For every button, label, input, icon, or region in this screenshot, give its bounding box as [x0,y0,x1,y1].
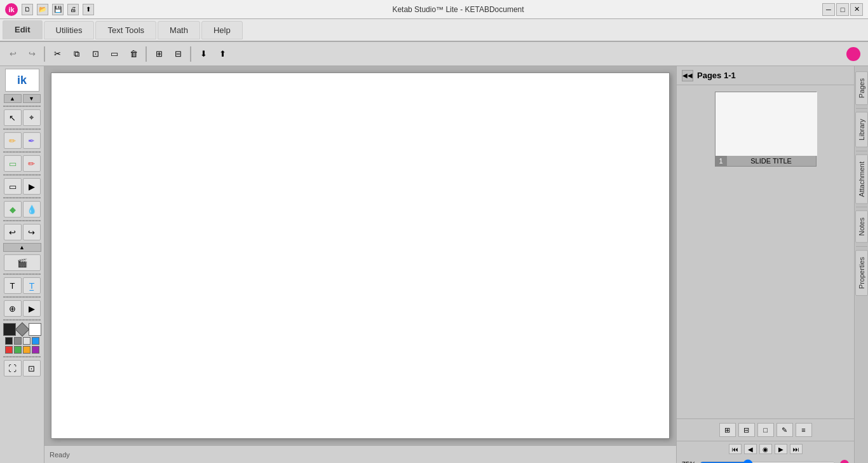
right-bottom-panel: ⊞ ⊟ □ ✎ ≡ ⏮ ◀ ◉ ▶ ⏭ 75% [677,418,854,463]
nav-first-btn[interactable]: ⏮ [729,444,742,454]
rb-icon-3[interactable]: □ [757,423,774,437]
copy-btn[interactable]: ⧉ [67,45,85,63]
win-maximize-btn[interactable]: □ [836,3,849,16]
undo-redo-row: ↩ ↪ [1,224,43,240]
cut-btn[interactable]: ✂ [48,45,66,63]
toolbar: ↩ ↪ ✂ ⧉ ⊡ ▭ 🗑 ⊞ ⊟ ⬇ ⬆ [0,42,868,66]
side-tab-sep-3 [856,207,867,207]
rb-icon-5[interactable]: ≡ [796,423,812,437]
media-tool-btn[interactable]: 🎬 [4,254,41,271]
text-tool-btn[interactable]: T [4,277,22,294]
highlight-tools-row: ▭ ✏ [1,155,43,172]
rb-icon-2[interactable]: ⊟ [738,423,755,437]
lasso-tool-btn[interactable]: ⌖ [23,109,41,126]
nav-current-btn[interactable]: ◉ [759,444,772,454]
side-tab-sep-1 [856,108,867,109]
canvas-slide[interactable] [51,73,670,439]
swatch-blue[interactable] [32,337,39,345]
text-special-btn[interactable]: T̲ [23,277,41,294]
tb-save-btn[interactable]: 💾 [52,4,64,15]
fill-tools-row: ◆ 💧 [1,201,43,218]
slide-view-btn[interactable]: ⊡ [23,360,41,377]
lt-divider-9 [3,319,41,321]
select-frame-btn[interactable]: ⊟ [169,45,187,63]
eyedropper-tool-btn[interactable]: 💧 [23,201,41,218]
tb-print-btn[interactable]: 🖨 [67,4,79,15]
pencil-tool-btn[interactable]: ✏ [4,132,22,149]
side-tab-notes[interactable]: Notes [855,211,868,243]
slide-thumb-image [715,92,817,156]
lt-divider-6 [3,220,41,221]
select-tools-row: ↖ ⌖ [1,109,43,126]
tb-open-btn[interactable]: 📂 [37,4,48,15]
toolbar-collapse-down[interactable]: ▼ [23,94,41,103]
layer-up-btn[interactable]: ⬆ [214,45,231,63]
erase-tool-btn[interactable]: ✏ [23,155,41,172]
nav-last-btn[interactable]: ⏭ [790,444,803,454]
swatch-dark[interactable] [5,337,13,345]
toolbar-collapse-row: ▲ ▼ [1,94,43,103]
zoom-more-btn[interactable]: ▶ [23,300,41,317]
layer-down-btn[interactable]: ⬇ [194,45,212,63]
nav-next-btn[interactable]: ▶ [775,444,787,454]
brush-tool-btn[interactable]: ✒ [23,132,41,149]
right-panel: ◀◀ Pages 1-1 1 SLIDE TITLE ⊞ ⊟ □ ✎ ≡ [676,66,854,463]
redo-btn[interactable]: ↪ [23,45,41,63]
paste-special-btn[interactable]: ⊡ [86,45,104,63]
lt-divider-3 [3,151,41,153]
lt-redo-btn[interactable]: ↪ [23,224,41,240]
swatch-purple[interactable] [32,346,39,354]
lt-divider-4 [3,174,41,176]
color-row-2 [5,346,39,354]
select-tool-btn[interactable]: ↖ [4,109,22,126]
rb-icon-1[interactable]: ⊞ [719,423,736,437]
tb-export-btn[interactable]: ⬆ [83,4,94,15]
pages-header: ◀◀ Pages 1-1 [677,66,854,85]
rect-tool-btn[interactable]: ▭ [4,178,22,195]
nav-prev-btn[interactable]: ◀ [744,444,757,454]
menu-tab-help[interactable]: Help [201,21,243,39]
toolbar-collapse-up[interactable]: ▲ [4,94,22,103]
frame-btn[interactable]: ▭ [105,45,123,63]
side-tab-sep-4 [856,246,867,247]
swatch-red[interactable] [5,346,13,354]
color-diamond[interactable] [15,322,29,337]
tb-new-btn[interactable]: 🗋 [22,4,33,15]
gradient-preview [3,323,41,336]
right-bottom-nav: ⏮ ◀ ◉ ▶ ⏭ [677,441,854,457]
color-white[interactable] [29,323,41,336]
swatch-orange[interactable] [23,346,31,354]
logo-text: ik [17,74,27,87]
side-tab-attachment[interactable]: Attachment [855,155,868,204]
fill-tool-btn[interactable]: ◆ [4,201,22,218]
win-close-btn[interactable]: ✕ [850,3,863,16]
slide-number: 1 [715,156,727,166]
menu-tab-utilities[interactable]: Utilities [44,21,95,39]
select-all-btn[interactable]: ⊞ [150,45,168,63]
highlight-tool-btn[interactable]: ▭ [4,155,22,172]
canvas-area[interactable] [44,66,676,445]
more-shapes-btn[interactable]: ▶ [23,178,41,195]
swatch-light[interactable] [23,337,31,345]
zoom-slider[interactable] [700,459,836,463]
color-black[interactable] [3,323,16,336]
undo-btn[interactable]: ↩ [4,45,22,63]
menu-tab-edit[interactable]: Edit [3,20,43,39]
pages-collapse-btn[interactable]: ◀◀ [682,70,693,81]
section-collapse-btn[interactable]: ▲ [3,243,41,252]
rb-icon-4[interactable]: ✎ [776,423,793,437]
slide-thumbnail[interactable]: 1 SLIDE TITLE [715,92,817,167]
swatch-gray[interactable] [14,337,22,345]
delete-btn[interactable]: 🗑 [125,45,142,63]
win-minimize-btn[interactable]: ─ [822,3,835,16]
menu-tab-math[interactable]: Math [158,21,200,39]
lt-undo-btn[interactable]: ↩ [4,224,22,240]
fullscreen-btn[interactable]: ⛶ [4,360,22,377]
menu-tab-text-tools[interactable]: Text Tools [95,21,156,39]
side-tab-properties[interactable]: Properties [855,250,868,296]
swatch-green[interactable] [14,346,22,354]
side-tab-pages[interactable]: Pages [855,71,868,105]
lt-divider-1 [3,106,41,107]
zoom-tool-btn[interactable]: ⊕ [4,300,22,317]
side-tab-library[interactable]: Library [855,112,868,148]
